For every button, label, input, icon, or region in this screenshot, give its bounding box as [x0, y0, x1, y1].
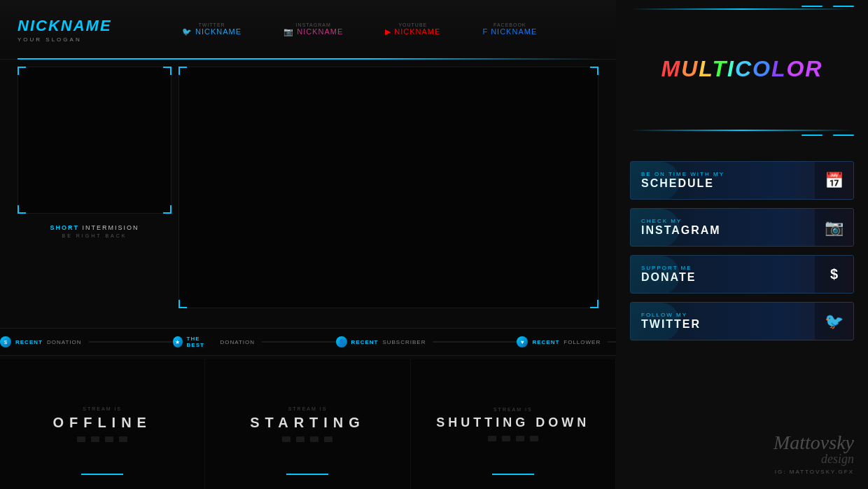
starting-icons	[282, 436, 332, 442]
corner-tr	[163, 67, 172, 75]
starting-icon-1	[282, 436, 290, 442]
shutting-icon-4	[530, 436, 538, 441]
letter-m: M	[662, 56, 682, 81]
stat-bar-2	[262, 341, 335, 343]
stat-recent2-label: RECENT	[351, 339, 379, 345]
facebook-handle: f NICKNAME	[482, 27, 537, 36]
letter-i: I	[727, 56, 735, 81]
twitter-social[interactable]: TWITTER 🐦 NICKNAME	[182, 22, 241, 36]
stat-bar-3	[433, 341, 517, 343]
twitter-handle: 🐦 NICKNAME	[182, 27, 241, 36]
right-top-accent	[630, 8, 854, 10]
stat-follower-label: FOLLOWER	[564, 339, 601, 345]
right-corner-dots	[802, 6, 854, 7]
facebook-social[interactable]: FACEBOOK f NICKNAME	[482, 22, 537, 36]
offline-icon-4	[119, 436, 127, 442]
twitter-wave	[631, 303, 680, 340]
screens-section: STREAM IS OFFLINE STREAM IS STARTING STR…	[0, 359, 616, 489]
offline-title: OFFLINE	[52, 415, 152, 431]
social-bar: TWITTER 🐦 NICKNAME INSTAGRAM 📷 NICKNAME …	[182, 22, 537, 36]
intermission-main: INTERMISION	[83, 224, 139, 231]
schedule-wave	[631, 162, 680, 200]
instagram-label: INSTAGRAM	[296, 22, 331, 27]
signature-area: Mattovsky design IG: MATTOVSKY.GFX	[774, 433, 854, 475]
intermission-short: SHORT	[50, 224, 79, 231]
right-mid-accent	[630, 130, 854, 131]
stat-subscriber-label: SUBSCRIBER	[382, 339, 426, 345]
instagram-button[interactable]: CHECK MY INSTAGRAM 📷	[630, 208, 854, 247]
stat-recent-label: RECENT	[15, 339, 43, 345]
letter-o2: OR	[786, 56, 822, 81]
offline-icon-2	[91, 436, 99, 442]
shutting-icon-3	[516, 436, 524, 441]
stat-recent3-label: RECENT	[532, 339, 559, 345]
starting-label: STREAM IS	[288, 406, 328, 411]
schedule-button[interactable]: BE ON TIME WITH MY SCHEDULE 📅	[630, 161, 854, 200]
instagram-handle: 📷 NICKNAME	[284, 27, 343, 36]
main-area: NICKNAME YOUR SLOGAN TWITTER 🐦 NICKNAME …	[0, 0, 616, 489]
instagram-wave	[631, 209, 680, 247]
nickname-area: NICKNAME YOUR SLOGAN	[18, 17, 112, 43]
starting-title: STARTING	[250, 415, 365, 431]
right-panel: MULTICOLOR BE ON TIME WITH MY SCHEDULE 📅…	[616, 0, 868, 489]
stat-recent-donation: $ RECENT DONATION	[0, 336, 173, 347]
starting-bar	[286, 474, 328, 475]
stream-corner-br	[590, 300, 598, 308]
subscriber-icon: 👤	[336, 336, 347, 347]
letter-c: C	[735, 56, 752, 81]
starting-icon-3	[310, 436, 318, 442]
screen-starting: STREAM IS STARTING	[205, 359, 410, 489]
stats-bar: $ RECENT DONATION ★ THE BEST DONATION 👤 …	[0, 328, 616, 356]
social-buttons: BE ON TIME WITH MY SCHEDULE 📅 CHECK MY I…	[630, 161, 854, 340]
corner-bl	[18, 205, 26, 214]
stat-best-label: THE BEST	[187, 336, 216, 348]
shutting-label: STREAM IS	[493, 407, 533, 412]
stat-best-donation: ★ THE BEST DONATION	[173, 336, 336, 348]
content-area: SHORT INTERMISION BE RIGHT BACK	[0, 63, 616, 315]
offline-icon-3	[105, 436, 113, 442]
stream-corner-bl	[178, 300, 187, 308]
starting-icon-2	[296, 436, 304, 442]
stat-bar-1	[89, 341, 173, 343]
youtube-social[interactable]: YOUTUBE ▶ NICKNAME	[385, 22, 440, 36]
twitter-button[interactable]: FOLLOW MY TwitTeR 🐦	[630, 302, 854, 340]
intermission-title: SHORT INTERMISION	[18, 224, 172, 231]
donate-icon: $	[815, 255, 853, 294]
donate-button[interactable]: SUPPORT ME DONATE $	[630, 255, 854, 294]
shutting-title: SHUTTING DOWN	[436, 415, 589, 430]
youtube-label: YOUTUBE	[398, 22, 427, 27]
camera-panel	[18, 67, 172, 214]
stream-corner-tr	[590, 67, 598, 75]
offline-bar	[81, 474, 123, 475]
follower-icon: ♥	[517, 336, 528, 347]
shutting-icon-1	[488, 436, 496, 441]
shutting-bar	[492, 474, 534, 475]
multicolor-title: MULTICOLOR	[616, 56, 868, 82]
mid-dot-2	[833, 135, 854, 136]
instagram-social[interactable]: INSTAGRAM 📷 NICKNAME	[284, 22, 343, 36]
offline-icons	[77, 436, 127, 442]
offline-icon-1	[77, 436, 85, 442]
screen-offline: STREAM IS OFFLINE	[0, 359, 205, 489]
stat-recent-subscriber: 👤 RECENT SUBSCRIBER	[336, 336, 517, 347]
right-mid-dots	[802, 135, 854, 136]
letter-o: O	[752, 56, 771, 81]
stream-corner-tl	[178, 67, 187, 75]
letter-l: L	[699, 56, 712, 81]
donation-icon: $	[0, 336, 11, 347]
donate-wave	[631, 256, 680, 294]
nickname-title: NICKNAME	[18, 17, 112, 35]
letter-u: U	[681, 56, 699, 81]
stat-donation-label: DONATION	[47, 339, 82, 345]
intermission-area: SHORT INTERMISION BE RIGHT BACK	[18, 224, 172, 238]
instagram-btn-icon: 📷	[815, 208, 853, 247]
offline-label: STREAM IS	[83, 406, 122, 411]
slogan-text: YOUR SLOGAN	[18, 36, 112, 43]
twitter-btn-icon: 🐦	[815, 302, 853, 340]
header-accent-line	[18, 58, 598, 60]
signature-sub: design	[774, 453, 854, 465]
twitter-label: TWITTER	[199, 22, 225, 27]
letter-l2: L	[771, 56, 787, 81]
signature-ig: IG: MATTOVSKY.GFX	[774, 469, 854, 475]
dot-line-2	[833, 6, 854, 7]
